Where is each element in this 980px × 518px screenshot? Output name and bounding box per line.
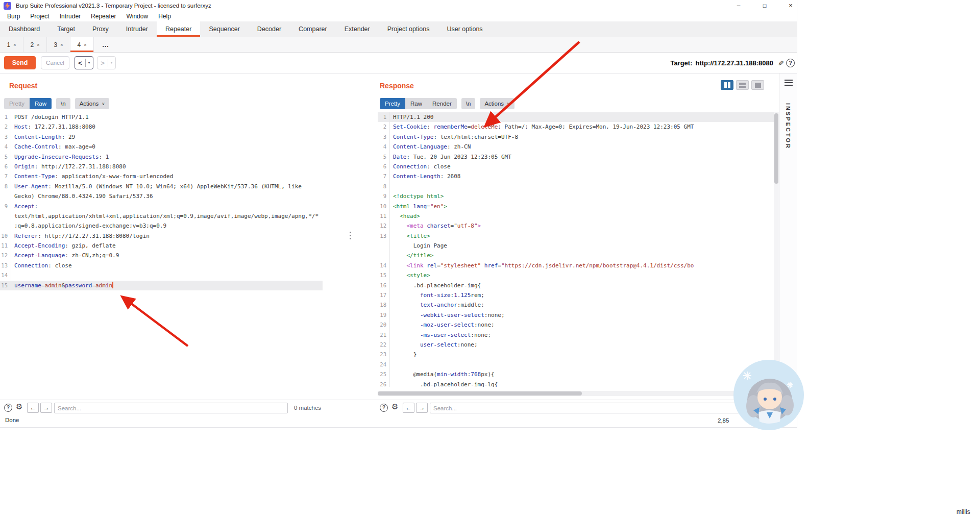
code-line[interactable]: 6Origin: http://172.27.31.188:8080 — [0, 162, 323, 171]
request-tab-pretty[interactable]: Pretty — [4, 98, 30, 109]
close-button[interactable]: × — [782, 0, 799, 11]
code-line[interactable]: 9Accept: — [0, 202, 323, 211]
forward-dropdown-icon[interactable]: ▾ — [108, 61, 115, 65]
history-back-button[interactable]: < ▾ — [75, 56, 93, 69]
code-line[interactable]: 10Referer: http://172.27.31.188:8080/log… — [0, 231, 323, 241]
request-tab-newline[interactable]: \n — [56, 98, 70, 109]
main-tab-sequencer[interactable]: Sequencer — [200, 21, 248, 37]
minimize-button[interactable]: – — [730, 0, 747, 11]
request-search-gear-icon[interactable]: ⚙ — [16, 402, 22, 411]
code-line[interactable]: 8 — [378, 182, 774, 191]
code-line[interactable]: 4Content-Language: zh-CN — [378, 142, 774, 152]
menu-item-burp[interactable]: Burp — [2, 11, 25, 21]
scrollbar-thumb[interactable] — [774, 113, 778, 184]
request-tab-raw[interactable]: Raw — [30, 98, 52, 109]
code-line[interactable]: Gecko) Chrome/88.0.4324.190 Safari/537.3… — [0, 191, 323, 201]
hamburger-icon[interactable] — [785, 80, 793, 86]
code-line[interactable]: 7Content-Length: 2608 — [378, 171, 774, 181]
history-forward-button[interactable]: > ▾ — [97, 56, 116, 69]
repeater-tab-more[interactable]: ... — [94, 37, 117, 52]
code-line[interactable]: 14 — [0, 270, 323, 280]
request-search-prev-button[interactable]: ← — [27, 403, 39, 413]
main-tab-user-options[interactable]: User options — [438, 21, 491, 37]
code-line[interactable]: 5Date: Tue, 20 Jun 2023 12:23:05 GMT — [378, 152, 774, 162]
code-line[interactable]: ;q=0.8,application/signed-exchange;v=b3;… — [0, 221, 323, 231]
repeater-tab-1[interactable]: 1× — [0, 37, 23, 52]
code-line[interactable]: 25 @media(min-width:768px){ — [378, 369, 774, 379]
response-tab-pretty[interactable]: Pretty — [380, 98, 405, 109]
main-tab-project-options[interactable]: Project options — [379, 21, 438, 37]
code-line[interactable]: text/html,application/xhtml+xml,applicat… — [0, 211, 323, 221]
repeater-tab-3[interactable]: 3× — [47, 37, 70, 52]
code-line[interactable]: 15username=admin&password=admin — [0, 281, 323, 290]
menu-item-window[interactable]: Window — [121, 11, 153, 21]
code-line[interactable]: 5Upgrade-Insecure-Requests: 1 — [0, 152, 323, 162]
code-line[interactable]: 23 } — [378, 350, 774, 359]
main-tab-intruder[interactable]: Intruder — [117, 21, 157, 37]
code-line[interactable]: 15 <style> — [378, 270, 774, 280]
code-line[interactable]: 16 .bd-placeholder-img{ — [378, 281, 774, 290]
response-search-next-button[interactable]: → — [416, 403, 428, 413]
maximize-button[interactable]: □ — [756, 0, 773, 11]
code-line[interactable]: 1POST /doLogin HTTP/1.1 — [0, 112, 323, 122]
menu-item-project[interactable]: Project — [25, 11, 54, 21]
cancel-button[interactable]: Cancel — [41, 56, 69, 69]
code-line[interactable]: 22 user-select:none; — [378, 340, 774, 350]
request-actions-button[interactable]: Actions ∨ — [75, 98, 110, 109]
response-horizontal-scrollbar[interactable] — [378, 391, 774, 396]
layout-rows-button[interactable] — [736, 80, 749, 90]
close-tab-icon[interactable]: × — [84, 42, 86, 47]
code-line[interactable]: 12 <meta charset="utf-8"> — [378, 221, 774, 231]
response-tab-newline[interactable]: \n — [461, 98, 476, 109]
code-line[interactable]: Login Page — [378, 241, 774, 251]
main-tab-proxy[interactable]: Proxy — [84, 21, 117, 37]
close-tab-icon[interactable]: × — [37, 42, 39, 47]
repeater-tab-2[interactable]: 2× — [23, 37, 47, 52]
main-tab-target[interactable]: Target — [48, 21, 84, 37]
code-line[interactable]: 14 <link rel="stylesheet" href="https://… — [378, 261, 774, 270]
edit-target-icon[interactable]: ✎ — [778, 59, 784, 67]
menu-item-help[interactable]: Help — [153, 11, 176, 21]
code-line[interactable]: 3Content-Type: text/html;charset=UTF-8 — [378, 132, 774, 142]
code-line[interactable]: 9<!doctype html> — [378, 191, 774, 201]
main-tab-decoder[interactable]: Decoder — [249, 21, 290, 37]
code-line[interactable]: 19 -webkit-user-select:none; — [378, 310, 774, 320]
code-line[interactable]: 3Content-Length: 29 — [0, 132, 323, 142]
back-dropdown-icon[interactable]: ▾ — [86, 61, 92, 65]
layout-columns-button[interactable] — [721, 80, 733, 90]
code-line[interactable]: 21 -ms-user-select:none; — [378, 330, 774, 340]
code-line[interactable]: 11 <head> — [378, 211, 774, 221]
code-line[interactable]: 13 <title> — [378, 231, 774, 241]
response-tab-render[interactable]: Render — [427, 98, 457, 109]
response-tab-raw[interactable]: Raw — [405, 98, 427, 109]
response-editor[interactable]: 1HTTP/1.1 2002Set-Cookie: rememberMe=del… — [378, 112, 774, 387]
close-tab-icon[interactable]: × — [60, 42, 63, 47]
response-search-input[interactable] — [430, 403, 774, 413]
response-search-help-icon[interactable]: ? — [380, 404, 388, 412]
code-line[interactable]: 11Accept-Encoding: gzip, deflate — [0, 241, 323, 251]
close-tab-icon[interactable]: × — [13, 42, 16, 47]
code-line[interactable]: 7Content-Type: application/x-www-form-ur… — [0, 171, 323, 181]
code-line[interactable]: 6Connection: close — [378, 162, 774, 171]
response-actions-button[interactable]: Actions ∨ — [480, 98, 514, 109]
request-editor[interactable]: 1POST /doLogin HTTP/1.12Host: 172.27.31.… — [0, 112, 323, 327]
scrollbar-thumb[interactable] — [378, 391, 582, 396]
send-button[interactable]: Send — [4, 56, 36, 69]
code-line[interactable]: 12Accept-Language: zh-CN,zh;q=0.9 — [0, 251, 323, 260]
code-line[interactable]: 4Cache-Control: max-age=0 — [0, 142, 323, 152]
response-search-gear-icon[interactable]: ⚙ — [391, 402, 398, 411]
code-line[interactable]: 18 text-anchor:middle; — [378, 300, 774, 310]
code-line[interactable]: 8User-Agent: Mozilla/5.0 (Windows NT 10.… — [0, 182, 323, 191]
request-search-next-button[interactable]: → — [40, 403, 52, 413]
code-line[interactable]: 17 font-size:1.125rem; — [378, 290, 774, 300]
code-line[interactable]: </title> — [378, 251, 774, 260]
help-icon[interactable]: ? — [786, 59, 795, 67]
main-tab-comparer[interactable]: Comparer — [290, 21, 336, 37]
inspector-sidebar[interactable]: INSPECTOR — [779, 73, 797, 400]
code-line[interactable]: 2Set-Cookie: rememberMe=deleteMe; Path=/… — [378, 122, 774, 132]
menu-item-intruder[interactable]: Intruder — [55, 11, 86, 21]
code-line[interactable]: 1HTTP/1.1 200 — [378, 112, 774, 122]
code-line[interactable]: 10<html lang="en"> — [378, 202, 774, 211]
repeater-tab-4[interactable]: 4× — [70, 37, 94, 52]
response-search-prev-button[interactable]: ← — [403, 403, 414, 413]
